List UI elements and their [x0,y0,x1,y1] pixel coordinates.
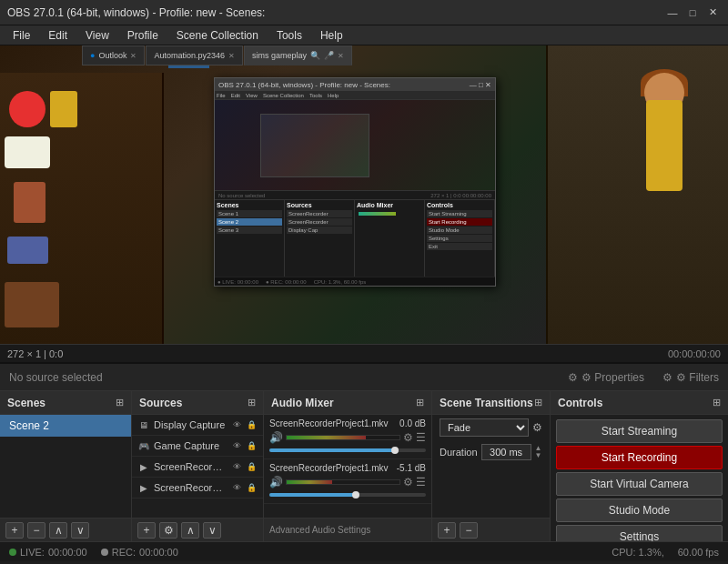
audio-settings-button2[interactable]: ⚙ [403,476,413,488]
transitions-panel-icon[interactable]: ⊞ [534,397,542,408]
sources-panel-header: Sources ⊞ [132,391,263,415]
source-recorder2-controls: 👁 🔒 [230,481,258,494]
browser-tab-automation[interactable]: Automation.py2346 ✕ [146,45,243,65]
audio-track-1: ScreenRecorderProject1.mkv 0.0 dB 🔊 ⚙ ☰ [264,415,431,459]
browser-tab-outlook[interactable]: ● Outlook ✕ [82,45,145,65]
audio-panel-header: Audio Mixer ⊞ [264,391,431,415]
sources-panel-footer: + ⚙ ∧ ∨ [132,518,263,541]
duration-arrows: ▲ ▼ [535,445,542,459]
close-button[interactable]: ✕ [704,5,721,21]
audio-gear-button2[interactable]: ☰ [416,476,426,488]
source-item-game[interactable]: 🎮 Game Capture 👁 🔒 [132,436,263,457]
scenes-panel: Scenes ⊞ Scene 2 + − ∧ ∨ [0,391,132,541]
audio-track2-meter-row: 🔊 ⚙ ☰ [269,476,426,488]
rec-status: REC: 00:00:00 [101,547,178,558]
source-eye-button[interactable]: 👁 [230,418,243,431]
sources-settings-button[interactable]: ⚙ [159,522,177,539]
settings-button[interactable]: Settings [556,525,723,541]
source-item-recorder1[interactable]: ▶ ScreenRecorder1 👁 🔒 [132,457,263,478]
nested-sources-panel: Sources ScreenRecorder ScreenRecorder Di… [285,200,355,277]
sources-down-button[interactable]: ∨ [203,522,221,539]
transitions-panel-header: Scene Transitions ⊞ [432,391,550,415]
sources-panel-icon[interactable]: ⊞ [248,397,256,408]
source-item-recorder2[interactable]: ▶ ScreenRecorder1 👁 🔒 [132,478,263,499]
start-recording-button[interactable]: Start Recording [556,446,723,469]
start-virtual-camera-button[interactable]: Start Virtual Camera [556,472,723,496]
source-lock-button[interactable]: 🔒 [245,460,258,473]
audio-panel-title: Audio Mixer [271,397,334,409]
source-lock-button[interactable]: 🔒 [245,439,258,452]
audio-track2-name: ScreenRecorderProject1.mkv -5.1 dB [269,463,426,473]
scenes-panel-title: Scenes [7,397,46,409]
audio-track1-slider-thumb[interactable] [391,447,399,454]
start-streaming-button[interactable]: Start Streaming [556,419,723,443]
nested-obs-window: OBS 27.0.1 (64-bit, windows) - Profile: … [214,77,496,287]
audio-panel-content: ScreenRecorderProject1.mkv 0.0 dB 🔊 ⚙ ☰ [264,415,431,518]
scene-shelf [0,73,164,346]
browser-tab-sims[interactable]: sims gameplay 🔍 🎤 ✕ [244,45,352,65]
duration-input[interactable] [481,444,531,460]
source-recorder1-controls: 👁 🔒 [230,460,258,473]
studio-mode-button[interactable]: Studio Mode [556,499,723,522]
source-eye-button[interactable]: 👁 [230,460,243,473]
menu-profile[interactable]: Profile [118,27,167,44]
audio-gear-button[interactable]: ☰ [416,431,426,444]
scene-item-scene2[interactable]: Scene 2 [0,415,131,437]
audio-track2-slider-thumb[interactable] [352,491,359,499]
nested-obs-body: FileEditViewScene CollectionToolsHelp No… [215,91,495,286]
source-display-controls: 👁 🔒 [230,418,258,431]
audio-mute-button2[interactable]: 🔊 [269,476,283,488]
window-title: OBS 27.0.1 (64-bit, windows) - Profile: … [7,6,265,19]
audio-track1-meter-row: 🔊 ⚙ ☰ [269,431,426,444]
duration-row: Duration ▲ ▼ [432,440,550,464]
scenes-remove-button[interactable]: − [27,522,46,539]
menu-file[interactable]: File [4,27,39,44]
source-lock-button[interactable]: 🔒 [245,418,258,431]
scenes-up-button[interactable]: ∧ [49,522,67,539]
source-eye-button[interactable]: 👁 [230,439,243,452]
audio-track2-slider[interactable] [269,490,426,499]
transitions-remove-button[interactable]: − [460,522,478,539]
menu-help[interactable]: Help [311,27,352,44]
audio-mixer-panel: Audio Mixer ⊞ ScreenRecorderProject1.mkv… [264,391,432,541]
controls-panel-icon[interactable]: ⊞ [713,397,721,408]
source-eye-button[interactable]: 👁 [230,481,243,494]
maximize-button[interactable]: □ [684,5,701,21]
sources-add-button[interactable]: + [137,522,156,539]
duration-down-arrow[interactable]: ▼ [535,452,542,459]
transition-select[interactable]: Fade [440,418,529,437]
audio-track2-slider-track [269,493,426,497]
filter-icon: ⚙ [662,371,672,384]
scenes-panel-footer: + − ∧ ∨ [0,518,131,541]
live-time: 00:00:00 [48,547,87,558]
source-item-display[interactable]: 🖥 Display Capture 👁 🔒 [132,415,263,436]
transition-cog-button[interactable]: ⚙ [532,421,542,434]
figure-body [646,100,682,191]
cpu-label: CPU: 1.3%, [612,547,663,558]
audio-settings-button[interactable]: ⚙ [403,431,413,444]
source-game-name: Game Capture [154,440,227,451]
controls-panel-content: Start Streaming Start Recording Start Vi… [551,415,728,541]
source-lock-button[interactable]: 🔒 [245,481,258,494]
scenes-panel-header: Scenes ⊞ [0,391,131,415]
scenes-panel-icon[interactable]: ⊞ [116,397,124,408]
scenes-add-button[interactable]: + [5,522,24,539]
menu-tools[interactable]: Tools [268,27,311,44]
scenes-down-button[interactable]: ∨ [71,522,89,539]
menu-edit[interactable]: Edit [39,27,76,44]
minimize-button[interactable]: — [664,5,681,21]
menu-scene-collection[interactable]: Scene Collection [167,27,268,44]
properties-button[interactable]: ⚙ ⚙ Properties [568,371,644,384]
nested-obs-inner [260,114,369,177]
status-bar: LIVE: 00:00:00 REC: 00:00:00 CPU: 1.3%, … [0,541,728,561]
audio-track2-volume-row [269,490,426,499]
audio-track1-slider[interactable] [269,446,426,455]
sources-up-button[interactable]: ∧ [181,522,199,539]
menu-view[interactable]: View [76,27,118,44]
fps-label: 60.00 fps [678,547,719,558]
transitions-add-button[interactable]: + [438,522,456,539]
audio-panel-icon[interactable]: ⊞ [416,397,424,408]
transitions-panel-content: Fade ⚙ Duration ▲ ▼ [432,415,550,518]
filters-button[interactable]: ⚙ ⚙ Filters [662,371,719,384]
audio-mute-button[interactable]: 🔊 [269,431,283,444]
